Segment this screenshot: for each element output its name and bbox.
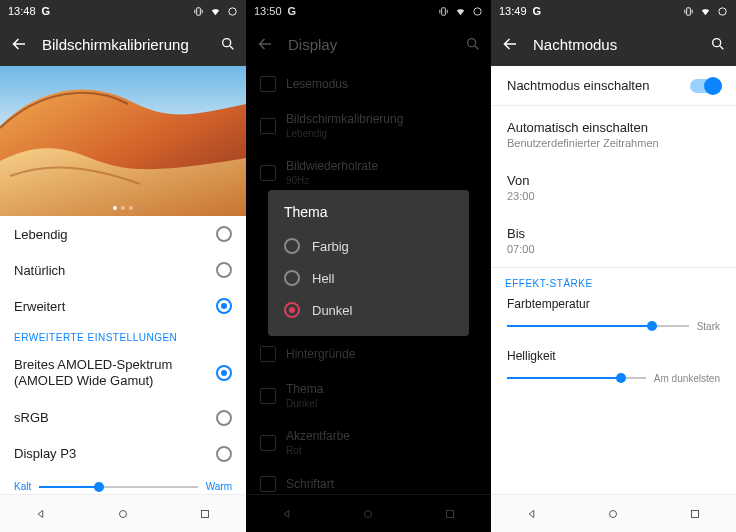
status-time: 13:50 [254, 5, 282, 17]
option-amoled-wide[interactable]: Breites AMOLED-Spektrum (AMOLED Wide Gam… [0, 347, 246, 400]
slider-label-warm: Warm [206, 481, 232, 492]
nav-home-icon[interactable] [606, 507, 620, 521]
status-bar: 13:49 G [491, 0, 736, 22]
nav-back-icon[interactable] [34, 507, 48, 521]
status-bar: 13:50 G [246, 0, 491, 22]
page-title: Display [288, 36, 451, 53]
back-icon[interactable] [501, 35, 519, 53]
slider-end-label: Am dunkelsten [654, 373, 720, 384]
vibrate-icon [683, 6, 694, 17]
svg-point-13 [713, 39, 721, 47]
option-natuerlich[interactable]: Natürlich [0, 252, 246, 288]
item-wallpaper[interactable]: Hintergründe [246, 336, 491, 372]
wifi-icon [700, 6, 711, 17]
option-display-p3[interactable]: Display P3 [0, 436, 246, 472]
radio-icon [216, 446, 232, 462]
hero-image[interactable] [0, 66, 246, 216]
item-font[interactable]: Schriftart [246, 466, 491, 494]
radio-icon [216, 365, 232, 381]
svg-rect-0 [197, 7, 201, 14]
screen-calibration: 13:48 G Bildschirmkalibrierung [0, 0, 246, 532]
calibration-icon [260, 118, 276, 134]
time-from-row[interactable]: Von 23:00 [491, 161, 736, 214]
section-header-effect: EFFEKT-STÄRKE [491, 270, 736, 293]
battery-circle-icon [227, 6, 238, 17]
divider [491, 105, 736, 106]
slider-label: Helligkeit [507, 349, 720, 363]
theme-icon [260, 388, 276, 404]
option-erweitert[interactable]: Erweitert [0, 288, 246, 324]
color-temp-slider[interactable] [507, 319, 689, 333]
toggle-switch[interactable] [690, 79, 720, 93]
slider-label: Farbtemperatur [507, 297, 720, 311]
vibrate-icon [438, 6, 449, 17]
page-title: Nachtmodus [533, 36, 696, 53]
battery-circle-icon [472, 6, 483, 17]
divider [491, 267, 736, 268]
app-bar: Display [246, 22, 491, 66]
font-icon [260, 476, 276, 492]
svg-point-4 [120, 510, 127, 517]
wifi-icon [210, 6, 221, 17]
theme-option-colorful[interactable]: Farbig [284, 230, 453, 262]
theme-dialog: Thema Farbig Hell Dunkel [268, 190, 469, 336]
nightmode-toggle-row[interactable]: Nachtmodus einschalten [491, 66, 736, 105]
color-temp-slider[interactable] [39, 480, 197, 494]
option-srgb[interactable]: sRGB [0, 400, 246, 436]
svg-rect-10 [447, 510, 454, 517]
option-lebendig[interactable]: Lebendig [0, 216, 246, 252]
page-title: Bildschirmkalibrierung [42, 36, 206, 53]
nav-recent-icon[interactable] [688, 507, 702, 521]
dialog-title: Thema [284, 204, 453, 220]
status-time: 13:48 [8, 5, 36, 17]
nav-recent-icon[interactable] [198, 507, 212, 521]
svg-point-1 [229, 7, 236, 14]
nav-back-icon[interactable] [525, 507, 539, 521]
item-accent[interactable]: AkzentfarbeRot [246, 419, 491, 466]
nav-bar [491, 494, 736, 532]
svg-point-9 [365, 510, 372, 517]
svg-rect-6 [442, 7, 446, 14]
refresh-icon [260, 165, 276, 181]
screen-nightmode: 13:49 G Nachtmodus Nachtmodus einschalte… [491, 0, 736, 532]
nav-home-icon[interactable] [116, 507, 130, 521]
wifi-icon [455, 6, 466, 17]
svg-point-14 [610, 510, 617, 517]
time-to-row[interactable]: Bis 07:00 [491, 214, 736, 267]
slider-label-cold: Kalt [14, 481, 31, 492]
app-bar: Bildschirmkalibrierung [0, 22, 246, 66]
search-icon[interactable] [465, 36, 481, 52]
svg-point-2 [223, 39, 231, 47]
nav-home-icon[interactable] [361, 507, 375, 521]
brightness-slider-block: Helligkeit Am dunkelsten [491, 345, 736, 397]
nav-bar [246, 494, 491, 532]
back-icon[interactable] [10, 35, 28, 53]
search-icon[interactable] [220, 36, 236, 52]
item-theme[interactable]: ThemaDunkel [246, 372, 491, 419]
auto-enable-row[interactable]: Automatisch einschalten Benutzerdefinier… [491, 108, 736, 161]
item-refresh-rate[interactable]: Bildwiederholrate90Hz [246, 149, 491, 196]
search-icon[interactable] [710, 36, 726, 52]
battery-circle-icon [717, 6, 728, 17]
status-time: 13:49 [499, 5, 527, 17]
color-temp-slider-block: Farbtemperatur Stark [491, 293, 736, 345]
app-bar: Nachtmodus [491, 22, 736, 66]
item-lesemodus[interactable]: Lesemodus [246, 66, 491, 102]
g-icon: G [42, 5, 51, 17]
item-kalibrierung[interactable]: BildschirmkalibrierungLebendig [246, 102, 491, 149]
nav-back-icon[interactable] [280, 507, 294, 521]
nightmode-list: Nachtmodus einschalten Automatisch einsc… [491, 66, 736, 494]
brightness-slider[interactable] [507, 371, 646, 385]
radio-icon [216, 226, 232, 242]
slider-end-label: Stark [697, 321, 720, 332]
nav-recent-icon[interactable] [443, 507, 457, 521]
calibration-options-list: Lebendig Natürlich Erweitert ERWEITERTE … [0, 216, 246, 494]
reading-icon [260, 76, 276, 92]
wallpaper-icon [260, 346, 276, 362]
radio-icon [284, 238, 300, 254]
theme-option-light[interactable]: Hell [284, 262, 453, 294]
back-icon[interactable] [256, 35, 274, 53]
theme-option-dark[interactable]: Dunkel [284, 294, 453, 326]
status-bar: 13:48 G [0, 0, 246, 22]
color-temp-slider-row: Kalt Warm [0, 472, 246, 494]
